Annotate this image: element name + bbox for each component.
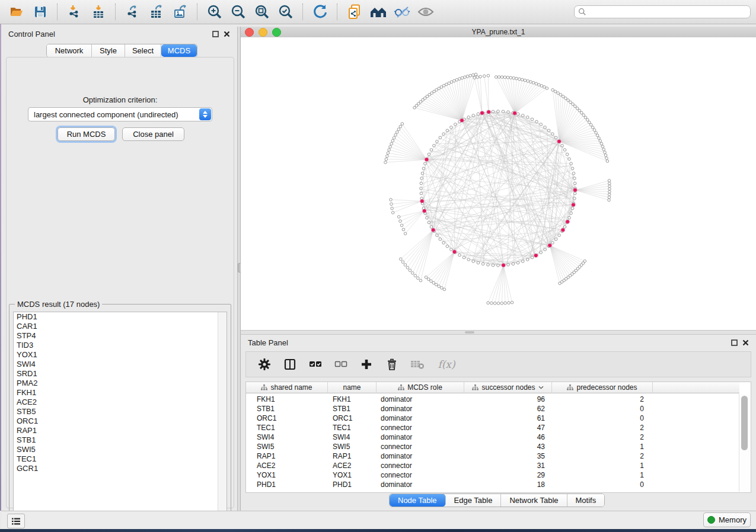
table-row[interactable]: TEC1TEC1connector472 <box>246 423 653 432</box>
table-row[interactable]: SWI5SWI5connector431 <box>246 442 653 451</box>
search-input[interactable] <box>589 7 747 17</box>
column-header-shared-name[interactable]: shared name <box>246 382 328 393</box>
import-table-icon[interactable] <box>89 2 108 21</box>
list-item[interactable]: GCR1 <box>14 464 227 473</box>
refresh-icon[interactable] <box>311 2 330 21</box>
tab-network-table[interactable]: Network Table <box>501 494 567 507</box>
list-item[interactable]: ORC1 <box>14 416 227 426</box>
tab-node-table[interactable]: Node Table <box>390 494 446 507</box>
result-list-scrollbar[interactable] <box>218 312 227 521</box>
list-item[interactable]: PHD1 <box>14 312 227 322</box>
list-item[interactable]: TID3 <box>14 341 227 350</box>
list-item[interactable]: STP4 <box>14 331 227 341</box>
close-panel-button[interactable]: Close panel <box>122 127 184 141</box>
home-networks-icon[interactable] <box>369 2 388 21</box>
tab-edge-table[interactable]: Edge Table <box>446 494 502 507</box>
table-settings-gear-icon[interactable] <box>257 357 272 372</box>
hide-details-glasses-icon[interactable] <box>393 2 412 21</box>
delete-table-icon[interactable] <box>410 357 425 372</box>
table-row[interactable]: RAP1RAP1dominator352 <box>246 451 653 461</box>
network-window-titlebar[interactable]: YPA_prune.txt_1 <box>241 27 756 38</box>
list-item[interactable]: YOX1 <box>14 350 227 360</box>
close-panel-icon[interactable] <box>224 31 230 37</box>
column-header-predecessor-nodes[interactable]: predecessor nodes <box>552 382 653 393</box>
column-header-name[interactable]: name <box>328 382 377 393</box>
float-panel-icon[interactable] <box>731 339 738 346</box>
mcds-tab-content: Optimization criterion: largest connecte… <box>6 57 234 508</box>
export-table-icon[interactable] <box>147 2 166 21</box>
network-graph[interactable] <box>241 37 756 330</box>
table-row[interactable]: FKH1FKH1dominator962 <box>246 395 653 404</box>
cell-name: RAP1 <box>328 452 377 460</box>
cell-predecessor-nodes: 2 <box>552 452 653 460</box>
tab-select[interactable]: Select <box>125 44 161 57</box>
memory-button[interactable]: Memory <box>703 512 751 527</box>
node-table[interactable]: shared name name MCDS role successor nod… <box>245 382 751 493</box>
import-network-icon[interactable] <box>65 2 84 21</box>
list-item[interactable]: STB5 <box>14 407 227 416</box>
column-header-successor-nodes[interactable]: successor nodes <box>464 382 552 393</box>
network-canvas[interactable] <box>241 37 756 330</box>
cell-predecessor-nodes: 2 <box>552 424 653 432</box>
open-file-icon[interactable] <box>7 2 26 21</box>
list-item[interactable]: SRD1 <box>14 369 227 379</box>
run-mcds-button[interactable]: Run MCDS <box>58 127 115 141</box>
table-scrollbar[interactable] <box>739 394 750 492</box>
list-item[interactable]: ACE2 <box>14 398 227 407</box>
table-row[interactable]: ORC1ORC1dominator610 <box>246 414 653 423</box>
cell-mcds-role: connector <box>377 424 464 432</box>
cell-shared-name: SWI5 <box>246 443 328 451</box>
cell-name: TEC1 <box>328 424 377 432</box>
scrollbar-thumb[interactable] <box>741 396 748 450</box>
export-image-icon[interactable] <box>171 2 190 21</box>
cell-name: ACE2 <box>328 462 377 470</box>
table-row[interactable]: STB1STB1dominator620 <box>246 404 653 414</box>
save-session-icon[interactable] <box>31 2 50 21</box>
tab-mcds[interactable]: MCDS <box>161 44 197 57</box>
show-details-eye-icon[interactable] <box>416 2 435 21</box>
cell-successor-nodes: 18 <box>464 480 552 489</box>
close-panel-icon[interactable] <box>742 339 749 346</box>
table-row[interactable]: YOX1YOX1connector291 <box>246 470 653 480</box>
zoom-in-icon[interactable] <box>205 2 224 21</box>
global-search-field[interactable] <box>574 5 751 18</box>
tab-motifs[interactable]: Motifs <box>567 494 605 507</box>
splitter-grip[interactable] <box>465 331 474 334</box>
zoom-out-icon[interactable] <box>229 2 248 21</box>
tab-style[interactable]: Style <box>92 44 125 57</box>
show-task-history-button[interactable] <box>7 514 25 528</box>
cell-successor-nodes: 29 <box>464 471 552 479</box>
tab-network[interactable]: Network <box>47 44 92 57</box>
control-panel-header: Control Panel <box>1 27 237 41</box>
list-item[interactable]: SWI5 <box>14 445 227 454</box>
list-item[interactable]: FKH1 <box>14 388 227 398</box>
table-row[interactable]: ACE2ACE2connector311 <box>246 461 653 470</box>
deselect-all-icon[interactable] <box>333 357 349 372</box>
delete-column-trash-icon[interactable] <box>384 357 400 372</box>
list-item[interactable]: STB1 <box>14 435 227 445</box>
column-header-mcds-role[interactable]: MCDS role <box>377 382 464 393</box>
mcds-result-list[interactable]: PHD1 CAR1 STP4 TID3 YOX1 SWI4 SRD1 PMA2 … <box>13 312 227 521</box>
export-network-icon[interactable] <box>123 2 142 21</box>
list-item[interactable]: CAR1 <box>14 322 227 331</box>
list-item[interactable]: RAP1 <box>14 426 227 435</box>
zoom-selected-icon[interactable] <box>276 2 295 21</box>
cell-predecessor-nodes: 0 <box>552 405 653 413</box>
list-item[interactable]: SWI4 <box>14 360 227 369</box>
zoom-fit-icon[interactable] <box>253 2 272 21</box>
list-item[interactable]: TEC1 <box>14 454 227 464</box>
cell-shared-name: TEC1 <box>246 424 328 432</box>
list-item[interactable]: PMA2 <box>14 379 227 388</box>
table-row[interactable]: PHD1PHD1dominator180 <box>246 480 653 489</box>
add-column-icon[interactable] <box>359 357 374 372</box>
column-scope-icon <box>398 384 404 390</box>
table-row[interactable]: SWI4SWI4dominator462 <box>246 432 653 442</box>
criterion-dropdown[interactable]: largest connected component (undirected) <box>28 107 212 121</box>
float-panel-icon[interactable] <box>212 31 219 37</box>
control-panel-tabs: Network Style Select MCDS <box>46 44 197 57</box>
select-all-icon[interactable] <box>308 357 323 372</box>
clone-network-icon[interactable] <box>345 2 364 21</box>
show-columns-icon[interactable] <box>282 357 298 372</box>
function-builder-button[interactable]: f(x) <box>435 357 458 372</box>
horizontal-splitter[interactable] <box>241 330 756 335</box>
